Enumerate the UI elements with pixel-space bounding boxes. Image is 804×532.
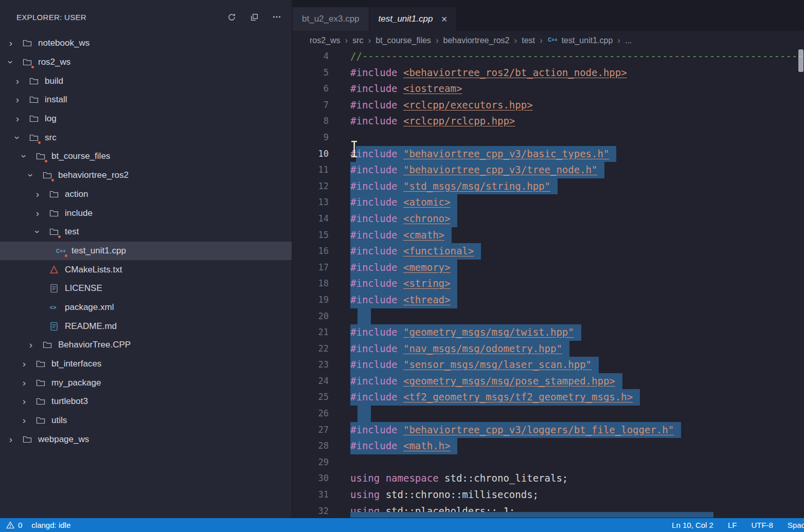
tree-item-action[interactable]: ›action	[0, 185, 292, 204]
tree-item-label: README.md	[65, 321, 117, 332]
tab-bt_u2_ex3.cpp[interactable]: bt_u2_ex3.cpp	[293, 7, 369, 31]
chevron-right-icon: ›	[6, 434, 15, 445]
chevron-down-icon: ›	[19, 152, 30, 161]
code-line-14[interactable]: 14#include <chrono>	[293, 211, 804, 227]
line-number: 26	[293, 406, 329, 422]
folder-icon	[22, 434, 33, 445]
folder-icon	[48, 226, 60, 237]
code-line-21[interactable]: 21#include "geometry_msgs/msg/twist.hpp"	[293, 324, 804, 341]
code-line-8[interactable]: 8#include <rclcpp/rclcpp.hpp>	[293, 113, 804, 130]
code-line-17[interactable]: 17#include <memory>	[293, 260, 804, 276]
code-line-5[interactable]: 5#include <behaviortree_ros2/bt_action_n…	[293, 65, 804, 81]
breadcrumb-item-ros2_ws[interactable]: ros2_ws	[310, 36, 341, 45]
eol-indicator[interactable]: LF	[728, 521, 737, 529]
code-line-29[interactable]: 29	[293, 454, 804, 471]
tree-item-bt_course_files[interactable]: ›bt_course_files	[0, 147, 292, 166]
svg-text:C++: C++	[56, 248, 66, 254]
tree-item-install[interactable]: ›install	[0, 90, 292, 109]
explorer-sidebar: EXPLORER: USER	[0, 0, 292, 518]
line-number: 17	[293, 260, 329, 276]
language-server-status[interactable]: clangd: idle	[31, 521, 70, 529]
code-line-19[interactable]: 19#include <thread>	[293, 292, 804, 308]
tree-item-include[interactable]: ›include	[0, 204, 292, 223]
line-content: using namespace std::chrono_literals;	[350, 470, 568, 487]
code-line-23[interactable]: 23#include "sensor_msgs/msg/laser_scan.h…	[293, 357, 804, 373]
line-number: 19	[293, 292, 329, 308]
tree-item-notebook_ws[interactable]: ›notebook_ws	[0, 34, 292, 53]
tree-item-build[interactable]: ›build	[0, 71, 292, 90]
breadcrumb-item-behaviortree_ros2[interactable]: behaviortree_ros2	[443, 36, 510, 45]
folder-icon	[35, 151, 46, 162]
cursor-position[interactable]: Ln 10, Col 2	[672, 521, 713, 529]
breadcrumb-item-...[interactable]: ...	[625, 36, 632, 45]
indentation-indicator[interactable]: Spaces	[788, 521, 804, 529]
code-line-11[interactable]: 11#include "behaviortree_cpp_v3/tree_nod…	[293, 162, 804, 178]
code-line-26[interactable]: 26	[293, 406, 804, 422]
line-number: 14	[293, 211, 329, 227]
chevron-right-icon: ›	[20, 415, 29, 426]
problems-indicator[interactable]: 0	[6, 521, 22, 529]
encoding-indicator[interactable]: UTF-8	[751, 521, 773, 529]
folder-icon	[28, 94, 40, 105]
code-line-22[interactable]: 22#include "nav_msgs/msg/odometry.hpp"	[293, 341, 804, 357]
code-line-25[interactable]: 25#include <tf2_geometry_msgs/tf2_geomet…	[293, 389, 804, 406]
code-line-27[interactable]: 27#include "behaviortree_cpp_v3/loggers/…	[293, 422, 804, 438]
line-content	[350, 308, 371, 325]
code-line-12[interactable]: 12#include "std_msgs/msg/string.hpp"	[293, 178, 804, 195]
code-line-16[interactable]: 16#include <functional>	[293, 243, 804, 260]
code-line-15[interactable]: 15#include <cmath>	[293, 227, 804, 244]
breadcrumb-item-test_unit1.cpp[interactable]: C++test_unit1.cpp	[547, 34, 613, 47]
vertical-scrollbar-thumb[interactable]	[798, 49, 803, 72]
line-content: #include <geometry_msgs/msg/pose_stamped…	[350, 373, 622, 390]
tree-item-CMakeLists.txt[interactable]: CMakeLists.txt	[0, 260, 292, 279]
tree-item-utils[interactable]: ›utils	[0, 411, 292, 430]
folder-icon	[35, 358, 46, 370]
close-icon[interactable]: ×	[441, 14, 447, 24]
collapse-folders-icon[interactable]	[249, 12, 259, 22]
breadcrumb-label: ...	[625, 36, 632, 45]
tree-item-ros2_ws[interactable]: ›ros2_ws	[0, 53, 292, 72]
more-actions-icon[interactable]	[272, 12, 281, 22]
code-line-31[interactable]: 31using std::chrono::milliseconds;	[293, 487, 804, 503]
tree-item-BehaviorTree.CPP[interactable]: ›BehaviorTree.CPP	[0, 336, 292, 355]
chevron-down-icon: ›	[25, 171, 37, 180]
code-line-10[interactable]: 10#include "behaviortree_cpp_v3/basic_ty…	[293, 146, 804, 162]
code-editor[interactable]: 4//-------------------------------------…	[293, 48, 804, 518]
tree-item-webpage_ws[interactable]: ›webpage_ws	[0, 430, 292, 449]
tree-item-README.md[interactable]: README.md	[0, 317, 292, 336]
chevron-right-icon: ›	[13, 94, 22, 105]
tree-item-log[interactable]: ›log	[0, 109, 292, 129]
code-line-24[interactable]: 24#include <geometry_msgs/msg/pose_stamp…	[293, 373, 804, 390]
tree-item-behaviortree_ros2[interactable]: ›behaviortree_ros2	[0, 166, 292, 185]
tree-item-package.xml[interactable]: <>package.xml	[0, 298, 292, 317]
line-number: 7	[293, 97, 329, 114]
tree-item-my_package[interactable]: ›my_package	[0, 373, 292, 392]
code-line-9[interactable]: 9	[293, 130, 804, 146]
tree-item-bt_interfaces[interactable]: ›bt_interfaces	[0, 355, 292, 374]
refresh-icon[interactable]	[227, 12, 236, 22]
cpp-icon: C++	[547, 34, 558, 47]
code-line-20[interactable]: 20	[293, 308, 804, 325]
code-line-6[interactable]: 6#include <iostream>	[293, 81, 804, 97]
code-line-28[interactable]: 28#include <math.h>	[293, 438, 804, 454]
folder-icon	[22, 57, 33, 68]
line-number: 23	[293, 357, 329, 373]
tree-item-test[interactable]: ›test	[0, 223, 292, 242]
folder-icon	[22, 38, 33, 49]
code-line-13[interactable]: 13#include <atomic>	[293, 194, 804, 211]
breadcrumb-separator: ›	[514, 35, 517, 46]
code-line-7[interactable]: 7#include <rclcpp/executors.hpp>	[293, 97, 804, 114]
line-number: 5	[293, 65, 329, 81]
code-line-4[interactable]: 4//-------------------------------------…	[293, 48, 804, 65]
breadcrumb-item-bt_course_files[interactable]: bt_course_files	[376, 36, 431, 45]
tree-item-LICENSE[interactable]: LICENSE	[0, 279, 292, 298]
breadcrumb-item-src[interactable]: src	[352, 36, 363, 45]
code-line-18[interactable]: 18#include <string>	[293, 276, 804, 292]
tab-test_unit1.cpp[interactable]: test_unit1.cpp×	[369, 7, 457, 31]
tree-item-turtlebot3[interactable]: ›turtlebot3	[0, 392, 292, 411]
code-line-30[interactable]: 30using namespace std::chrono_literals;	[293, 470, 804, 487]
breadcrumb-item-test[interactable]: test	[522, 36, 535, 45]
tree-item-src[interactable]: ›src	[0, 128, 292, 147]
tree-item-test_unit1.cpp[interactable]: C++test_unit1.cpp	[0, 242, 292, 261]
modified-dot	[64, 253, 68, 258]
